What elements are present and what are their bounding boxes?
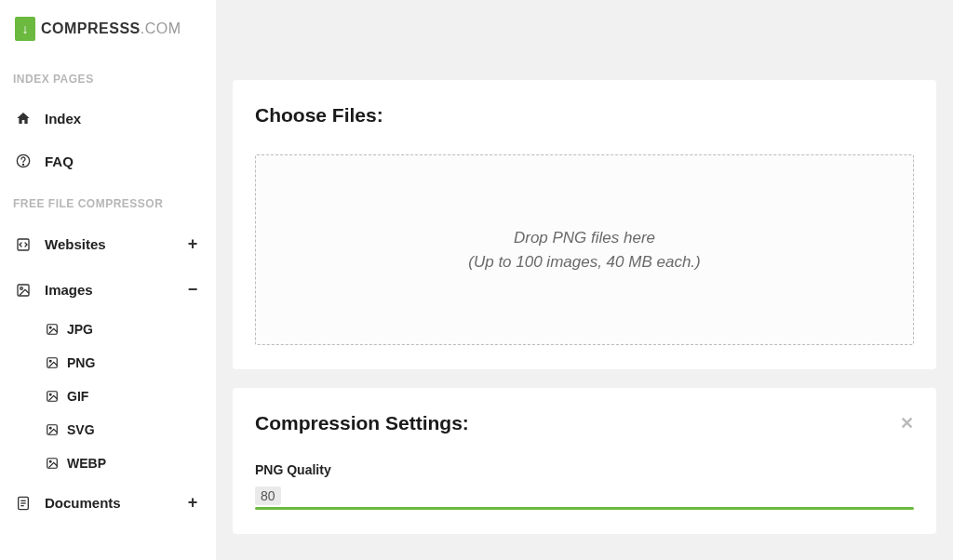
nav-websites[interactable]: Websites + — [13, 221, 203, 267]
svg-point-8 — [49, 360, 51, 362]
nav-faq[interactable]: FAQ — [13, 140, 203, 182]
section-index-pages: INDEX PAGES — [13, 73, 203, 86]
svg-rect-3 — [18, 285, 29, 296]
close-icon[interactable]: ✕ — [900, 413, 914, 433]
choose-files-card: Choose Files: Drop PNG files here (Up to… — [233, 80, 936, 369]
nav-documents-label: Documents — [45, 495, 121, 511]
file-image-icon — [45, 456, 60, 471]
svg-point-12 — [49, 427, 51, 429]
settings-card: Compression Settings: ✕ PNG Quality 80 — [233, 388, 936, 534]
nav-faq-label: FAQ — [45, 153, 74, 169]
subnav-webp-label: WEBP — [67, 456, 106, 471]
choose-files-title: Choose Files: — [255, 104, 383, 127]
nav-websites-label: Websites — [45, 236, 106, 252]
question-icon — [15, 153, 32, 169]
quality-slider[interactable]: 80 — [255, 487, 914, 510]
svg-rect-7 — [47, 358, 58, 368]
plus-icon[interactable]: + — [184, 493, 201, 513]
nav-documents[interactable]: Documents + — [13, 480, 203, 526]
subnav-png-label: PNG — [67, 355, 95, 370]
home-icon — [15, 110, 32, 127]
logo-icon — [15, 17, 35, 41]
logo-bold: COMPRESSS — [41, 20, 141, 36]
quality-label: PNG Quality — [255, 462, 914, 477]
section-compressor: FREE FILE COMPRESSOR — [13, 197, 203, 210]
subnav-png[interactable]: PNG — [13, 346, 203, 380]
logo-text: COMPRESSS.COM — [41, 20, 181, 37]
dropzone-line2: (Up to 100 images, 40 MB each.) — [275, 250, 894, 274]
subnav-gif[interactable]: GIF — [13, 380, 203, 413]
svg-point-1 — [22, 164, 23, 165]
logo[interactable]: COMPRESSS.COM — [15, 17, 203, 41]
dropzone-line1: Drop PNG files here — [275, 226, 894, 250]
file-dropzone[interactable]: Drop PNG files here (Up to 100 images, 4… — [255, 154, 914, 345]
nav-images[interactable]: Images − — [13, 267, 203, 313]
subnav-webp[interactable]: WEBP — [13, 447, 203, 480]
minus-icon[interactable]: − — [184, 280, 201, 300]
svg-point-14 — [49, 460, 51, 462]
slider-track[interactable] — [255, 507, 914, 510]
nav-images-label: Images — [45, 282, 93, 298]
svg-rect-5 — [47, 325, 58, 335]
svg-point-4 — [20, 287, 23, 289]
main-content: Choose Files: Drop PNG files here (Up to… — [216, 0, 953, 560]
subnav-gif-label: GIF — [67, 389, 88, 404]
document-icon — [15, 495, 32, 512]
nav-index-label: Index — [45, 111, 81, 127]
logo-domain: .COM — [141, 20, 181, 36]
settings-title: Compression Settings: — [255, 412, 469, 434]
subnav-jpg[interactable]: JPG — [13, 313, 203, 346]
plus-icon[interactable]: + — [184, 234, 201, 254]
svg-rect-13 — [47, 459, 58, 469]
nav-index[interactable]: Index — [13, 97, 203, 140]
sidebar: COMPRESSS.COM INDEX PAGES Index FAQ FREE… — [0, 0, 216, 560]
subnav-svg[interactable]: SVG — [13, 413, 203, 447]
file-image-icon — [45, 389, 60, 404]
svg-rect-9 — [47, 392, 58, 402]
file-image-icon — [45, 355, 60, 370]
file-image-icon — [45, 422, 60, 437]
subnav-svg-label: SVG — [67, 422, 95, 437]
svg-point-6 — [49, 327, 51, 328]
image-icon — [15, 282, 32, 299]
svg-rect-11 — [47, 425, 58, 435]
svg-point-10 — [49, 393, 51, 395]
quality-value: 80 — [255, 487, 281, 505]
subnav-jpg-label: JPG — [67, 322, 93, 337]
file-image-icon — [45, 322, 60, 337]
code-icon — [15, 236, 32, 253]
